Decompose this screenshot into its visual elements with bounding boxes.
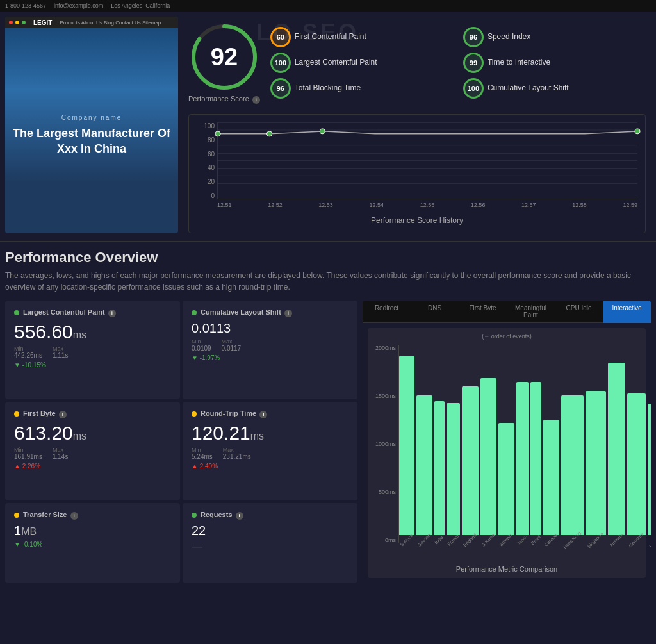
main-content: LEGIT Products About Us Blog Contact Us … [0,12,656,238]
metric-card-fb: First Byte i 613.20ms Min161.91ms Max1.1… [5,402,180,500]
chart-area [217,122,637,199]
bar-chart-title: Performance Metric Comparison [373,565,641,573]
metric-name: Total Blocking Time [295,83,361,94]
metric-card-ts: Transfer Size i 1MB ▼ -0.10% [5,503,180,583]
phone-text: 1-800-123-4567 [5,3,46,9]
bar-x-label: S Africa [400,533,414,547]
order-label: (→ order of events) [373,333,641,340]
metrics-cards: Largest Contentful Paint i 556.60ms Min4… [5,301,357,583]
right-panel: 92 Performance Score i 60 First Contentf… [183,17,651,233]
metric-name: Speed Index [488,32,530,42]
section-description: The averages, lows, and highs of each ma… [5,270,651,293]
metric-item: 60 First Contentful Paint [270,27,453,47]
bar-tab-first-byte[interactable]: First Byte [459,301,507,323]
chart-container: 100806040200 [188,114,646,233]
bar-group: Singapore [586,391,606,543]
bar [447,403,461,535]
card-minmax: Min442.26ms Max1.11s [14,345,171,359]
bar-x-label: Brazil [530,534,541,546]
line-chart: 100806040200 [197,122,637,212]
bar [480,378,496,535]
card-value: 613.20ms [14,422,171,444]
card-info-icon[interactable]: i [59,411,67,418]
metrics-grid: 60 First Contentful Paint 96 Speed Index… [270,27,646,99]
metric-item: 99 Time to Interactive [463,53,646,73]
card-value: 556.60ms [14,321,171,343]
card-change: ▲ 2.26% [14,463,171,470]
bar-group: India [434,401,444,543]
bar [498,423,514,535]
card-header: First Byte i [14,409,171,418]
metric-badge: 100 [270,53,291,73]
card-info-icon[interactable]: i [259,411,267,418]
bar [462,386,479,535]
bar-group: France [447,403,461,543]
bar-tab-dns[interactable]: DNS [411,301,459,323]
bar [648,404,651,535]
metric-badge: 96 [270,78,291,99]
card-info-icon[interactable]: i [284,310,292,317]
bar [608,363,625,535]
bar-tab-redirect[interactable]: Redirect [363,301,411,323]
card-minmax: Min5.24ms Max231.21ms [192,447,348,460]
bar-chart-panel: RedirectDNSFirst ByteMeaningful PaintCPU… [363,301,651,583]
card-dot [192,310,197,315]
card-label: Round-Trip Time i [201,409,267,418]
bar-x-label: Canada [544,533,559,547]
metric-name: Cumulative Layout Shift [488,83,569,94]
card-header: Transfer Size i [14,511,171,520]
card-dot [14,411,19,417]
card-info-icon[interactable]: i [236,512,243,520]
bar-group: S Korea [480,378,496,543]
bar-tab-meaningful-paint[interactable]: Meaningful Paint [507,301,555,323]
bar-group: Hong Kong [561,395,584,543]
bar-group: Japan [516,382,529,543]
browser-bar: LEGIT Products About Us Blog Contact Us … [5,17,178,28]
metric-badge: 99 [463,53,484,73]
metric-name: First Contentful Paint [295,32,366,42]
metric-card-cls: Cumulative Layout Shift i 0.0113 Min0.01… [183,301,357,399]
bar-chart-tabs: RedirectDNSFirst ByteMeaningful PaintCPU… [363,301,651,323]
score-metrics-row: 92 Performance Score i 60 First Contentf… [183,17,651,109]
bar-group: Brazil [530,382,542,543]
svg-point-7 [267,131,272,136]
card-minmax: Min161.91ms Max1.14s [14,447,171,460]
website-preview: LEGIT Products About Us Blog Contact Us … [5,17,178,233]
section-title: Performance Overview [5,249,651,266]
card-header: Cumulative Layout Shift i [192,308,348,317]
bar [586,391,606,535]
bar-group: Bahrain [498,423,514,543]
card-value: 22 [192,524,348,538]
card-change: ▼ -10.15% [14,361,171,368]
svg-point-8 [320,129,325,134]
card-change: ▼ -1.97% [192,354,348,361]
card-info-icon[interactable]: i [70,512,78,520]
score-info-icon[interactable]: i [252,96,260,104]
chart-x-labels: 12:5112:5212:5312:5412:5512:5612:5712:58… [217,202,637,208]
svg-point-6 [215,131,220,136]
bar-group: England [462,386,479,543]
card-change: ▼ -0.10% [14,541,171,548]
bar-tab-cpu-idle[interactable]: CPU Idle [555,301,603,323]
card-dot [192,513,197,518]
card-dot [14,513,19,518]
bar [627,393,646,535]
bar-tab-interactive[interactable]: Interactive [603,301,651,323]
metric-card-req: Requests i 22 — [183,503,357,583]
browser-logo: LEGIT [33,19,52,26]
bar-chart-inner: 2000ms1500ms1000ms500ms0ms S AfricaSwede… [373,345,641,563]
svg-point-9 [635,129,640,134]
card-dot [14,310,19,315]
bar [530,382,542,535]
bar-group: Australia [608,363,625,543]
metric-name: Largest Contentful Paint [295,58,377,68]
bar [416,395,432,535]
card-value: 120.21ms [192,422,348,444]
bar [543,420,559,535]
card-value: 0.0113 [192,321,348,336]
browser-nav: Products About Us Blog Contact Us Sitema… [60,20,161,26]
metric-item: 100 Largest Contentful Paint [270,53,453,73]
bar-chart-y-labels: 2000ms1500ms1000ms500ms0ms [373,345,396,543]
metric-item: 100 Cumulative Layout Shift [463,78,646,99]
card-info-icon[interactable]: i [108,310,116,317]
